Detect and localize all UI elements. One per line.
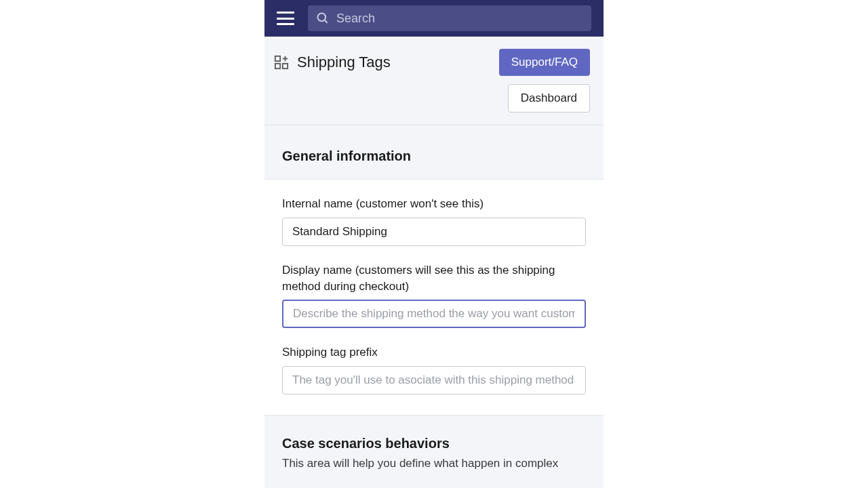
internal-name-label: Internal name (customer won't see this)	[282, 196, 586, 212]
field-tag-prefix: Shipping tag prefix	[282, 344, 586, 394]
svg-rect-2	[275, 56, 280, 61]
topbar	[264, 0, 604, 37]
section-cases-header: Case scenarios behaviors This area will …	[264, 415, 604, 479]
title-group: Shipping Tags	[274, 54, 391, 71]
section-cases-description: This area will help you define what happ…	[282, 455, 586, 472]
app-frame: Shipping Tags Support/FAQ Dashboard Gene…	[264, 0, 604, 488]
internal-name-input[interactable]	[282, 218, 586, 246]
tag-prefix-input[interactable]	[282, 366, 586, 394]
display-name-label: Display name (customers will see this as…	[282, 262, 586, 295]
form-body: Internal name (customer won't see this) …	[264, 180, 604, 415]
section-cases-title: Case scenarios behaviors	[282, 436, 586, 451]
display-name-input[interactable]	[282, 300, 586, 328]
page-title: Shipping Tags	[297, 54, 391, 71]
search-icon	[316, 12, 330, 25]
page-header-row2: Dashboard	[274, 84, 590, 113]
grid-plus-icon	[274, 55, 289, 70]
field-internal-name: Internal name (customer won't see this)	[282, 196, 586, 246]
svg-rect-4	[283, 64, 288, 68]
search-input[interactable]	[336, 12, 583, 26]
field-display-name: Display name (customers will see this as…	[282, 262, 586, 329]
svg-rect-3	[275, 64, 280, 68]
svg-point-0	[318, 14, 326, 22]
support-faq-button[interactable]: Support/FAQ	[499, 49, 590, 76]
page-header-row: Shipping Tags Support/FAQ	[274, 49, 590, 76]
svg-line-1	[325, 20, 328, 23]
dashboard-button[interactable]: Dashboard	[508, 84, 590, 113]
search-field[interactable]	[308, 5, 591, 31]
tag-prefix-label: Shipping tag prefix	[282, 344, 586, 361]
page-header: Shipping Tags Support/FAQ Dashboard	[264, 37, 604, 125]
section-general-title: General information	[282, 148, 586, 164]
menu-icon[interactable]	[277, 12, 294, 25]
section-general-header: General information	[264, 125, 604, 180]
